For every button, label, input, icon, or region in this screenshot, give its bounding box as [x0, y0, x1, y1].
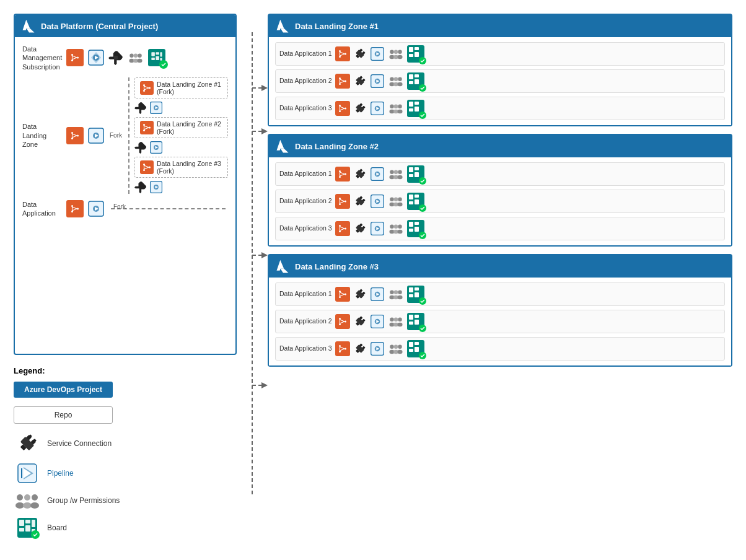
lz3-app1: Data Application 1: [275, 282, 725, 306]
fork-line-app: Fork: [111, 208, 226, 209]
lz2-app2-label: Data Application 2: [279, 197, 332, 206]
legend-svc-conn: Service Connection: [14, 432, 237, 455]
svg-rect-266: [415, 287, 419, 291]
lz3-app1-group: [388, 288, 404, 300]
svg-point-210: [390, 198, 394, 202]
svg-point-150: [339, 110, 341, 112]
svg-point-149: [339, 105, 341, 107]
lz3-title: Data Landing Zone #3: [295, 262, 379, 271]
data-mgmt-row: DataManagementSubscription: [22, 45, 228, 71]
lz1-app1-svc: [353, 47, 367, 61]
svg-point-13: [138, 54, 142, 58]
svg-rect-148: [415, 79, 419, 84]
svg-rect-289: [409, 315, 413, 320]
lz2-app1-pipeline: [370, 167, 385, 182]
svg-rect-291: [409, 322, 413, 325]
main-layout: Data Platform (Central Project) DataMana…: [14, 14, 732, 546]
legend-section: Legend: Azure DevOps Project Repo: [14, 366, 237, 546]
pipeline-fork-3: [149, 180, 163, 194]
lz3-app2-svc: [353, 315, 367, 328]
svg-line-105: [340, 54, 344, 56]
svg-line-129: [340, 81, 344, 83]
svg-point-116: [398, 50, 402, 55]
lz1-app2-svc: [353, 74, 367, 88]
lz2-app2-svc: [353, 195, 367, 208]
legend-group-label: Group /w Permissions: [47, 496, 120, 505]
svg-line-38: [144, 86, 149, 88]
svg-point-81: [32, 494, 38, 501]
svg-point-260: [398, 291, 402, 295]
legend-title: Legend:: [14, 366, 237, 375]
svg-point-167: [397, 110, 402, 114]
svg-line-5: [72, 56, 77, 58]
svg-rect-194: [415, 167, 419, 170]
svg-point-11: [129, 54, 134, 58]
svg-point-236: [398, 225, 402, 229]
svg-line-37: [144, 88, 149, 90]
lz3-app2-pipeline: [370, 314, 385, 329]
svg-line-106: [340, 52, 344, 54]
svg-point-175: [344, 173, 346, 175]
repo-icon-2: [66, 127, 84, 144]
legend-group: Group /w Permissions: [14, 492, 237, 509]
svg-rect-10: [114, 56, 118, 59]
lz1-app2: Data Application 2: [275, 69, 725, 93]
svg-point-33: [143, 84, 145, 86]
svg-line-250: [340, 292, 344, 294]
svg-rect-170: [415, 102, 419, 105]
lz2-header: Data Landing Zone #2: [269, 135, 731, 157]
svg-line-28: [72, 136, 77, 138]
board-check: [419, 325, 426, 332]
svg-point-114: [390, 50, 394, 55]
fork-item-2: Data Landing Zone #2 (Fork): [134, 117, 228, 138]
svg-marker-100: [261, 382, 268, 388]
svg-point-212: [398, 198, 402, 202]
repo-icon-3: [66, 200, 84, 217]
lz2-app3-repo: [335, 221, 350, 236]
svg-rect-219: [409, 201, 413, 204]
svg-point-174: [339, 176, 341, 178]
svg-point-306: [390, 345, 394, 349]
legend-repo-box: Repo: [14, 406, 113, 424]
pipeline-icon-1: [87, 49, 105, 66]
svg-point-51: [143, 164, 145, 165]
azure-logo-left: [21, 19, 36, 33]
legend-devops-button[interactable]: Azure DevOps Project: [14, 382, 113, 398]
pipeline-fork-2: [149, 141, 163, 154]
svg-line-4: [72, 58, 77, 59]
svg-point-16: [137, 59, 142, 63]
svg-marker-94: [261, 85, 268, 91]
svg-rect-218: [415, 195, 419, 198]
svg-rect-268: [415, 292, 419, 297]
board-check-1: [159, 60, 168, 69]
lz3-app2-repo: [335, 314, 350, 329]
svg-rect-217: [409, 195, 413, 199]
group-icon-1: [127, 49, 144, 66]
svg-line-154: [340, 107, 344, 108]
svg-rect-316: [415, 347, 419, 352]
lz3-header: Data Landing Zone #3: [269, 255, 731, 278]
svg-point-191: [397, 175, 402, 180]
diagram-container: Data Platform (Central Project) DataMana…: [7, 7, 739, 553]
landing-zone-label: DataLandingZone: [22, 122, 63, 149]
svg-rect-267: [409, 294, 413, 297]
data-platform-header: Data Platform (Central Project): [15, 15, 235, 37]
lz2-title: Data Landing Zone #2: [295, 142, 379, 151]
fork-repo-1: [140, 81, 154, 95]
svg-line-29: [72, 134, 77, 136]
lz2-app1-board: [407, 165, 424, 183]
svg-rect-122: [415, 47, 419, 50]
svg-point-126: [339, 83, 341, 85]
svg-point-12: [134, 54, 138, 58]
svg-line-178: [340, 172, 344, 174]
board-check: [419, 84, 426, 92]
svg-rect-145: [409, 74, 413, 79]
svg-line-201: [340, 201, 344, 203]
svg-point-80: [24, 494, 30, 501]
svg-point-163: [393, 105, 398, 109]
fork-item-3: Data Landing Zone #3 (Fork): [134, 157, 228, 178]
landing-zone-3: Data Landing Zone #3 Data Application 1 …: [268, 254, 732, 367]
pipeline-icon-2: [87, 127, 105, 144]
svg-point-140: [398, 77, 402, 82]
svg-point-84: [30, 502, 39, 509]
